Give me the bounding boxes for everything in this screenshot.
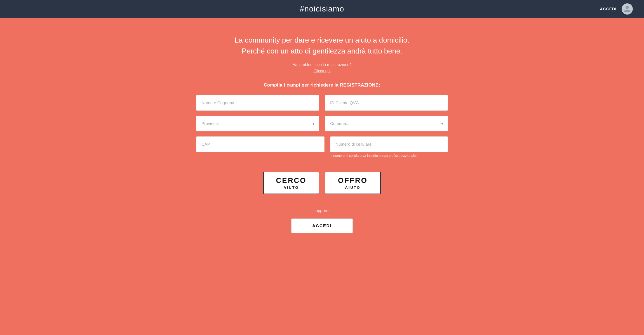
- tagline: La community per dare e ricevere un aiut…: [235, 35, 409, 57]
- help-line1: Hai problemi con la registrazione?: [292, 62, 352, 67]
- cellulare-wrapper: Il numero di cellulare va inserito senza…: [330, 136, 448, 158]
- offro-aiuto-button[interactable]: OFFRO AIUTO: [325, 172, 381, 194]
- site-title: #noicisiamo: [300, 4, 344, 13]
- user-icon: [623, 5, 631, 13]
- accedi-button[interactable]: ACCEDI: [291, 218, 353, 233]
- registration-form: Provincia ▼ Comune... ▼ Il numero di cel…: [196, 95, 448, 163]
- form-title: Compila i campi per richiedere la REGIST…: [264, 83, 380, 88]
- header-accedi-link[interactable]: ACCEDI: [600, 7, 617, 11]
- avatar[interactable]: [622, 3, 633, 15]
- cerco-sub-text: AIUTO: [283, 185, 299, 190]
- cellulare-input[interactable]: [330, 136, 448, 152]
- nome-cognome-input[interactable]: [196, 95, 319, 111]
- form-row-2: Provincia ▼ Comune... ▼: [196, 116, 448, 131]
- offro-sub-text: AIUTO: [345, 185, 360, 190]
- cap-input[interactable]: [196, 136, 325, 152]
- offro-main-text: OFFRO: [338, 176, 368, 185]
- id-cliente-input[interactable]: [325, 95, 448, 111]
- main-content: La community per dare e ricevere un aiut…: [0, 18, 644, 250]
- tagline-line2: Perché con un atto di gentilezza andrà t…: [242, 47, 402, 55]
- form-row-3: Il numero di cellulare va inserito senza…: [196, 136, 448, 158]
- cerco-main-text: CERCO: [276, 176, 307, 185]
- form-row-1: [196, 95, 448, 111]
- help-link[interactable]: Clicca qui: [314, 69, 331, 73]
- cerco-aiuto-button[interactable]: CERCO AIUTO: [263, 172, 319, 194]
- header: #noicisiamo ACCEDI: [0, 0, 644, 18]
- tagline-line1: La community per dare e ricevere un aiut…: [235, 36, 409, 44]
- oppure-label: oppure: [316, 208, 329, 213]
- provincia-select[interactable]: Provincia: [196, 116, 319, 131]
- phone-note: Il numero di cellulare va inserito senza…: [330, 154, 448, 158]
- help-text: Hai problemi con la registrazione? Clicc…: [292, 62, 352, 74]
- comune-wrapper: Comune... ▼: [325, 116, 448, 131]
- comune-select[interactable]: Comune...: [325, 116, 448, 131]
- provincia-wrapper: Provincia ▼: [196, 116, 319, 131]
- header-right: ACCEDI: [600, 3, 633, 15]
- action-buttons: CERCO AIUTO OFFRO AIUTO: [263, 172, 381, 194]
